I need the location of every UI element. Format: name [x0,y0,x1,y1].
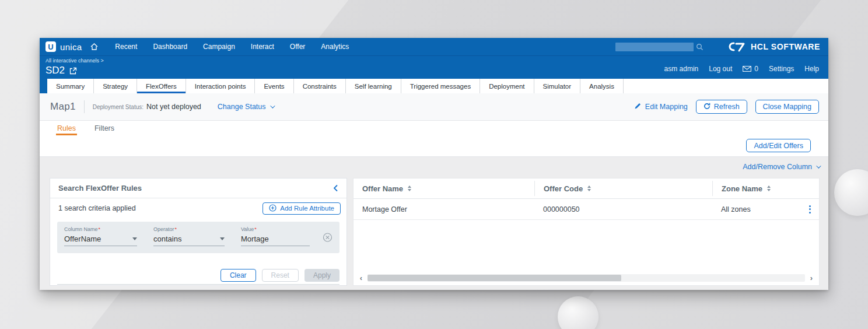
column-header-offer-code[interactable]: Offer Code [534,181,712,196]
tab-self-learning[interactable]: Self learning [346,79,401,93]
column-header-zone-name[interactable]: Zone Name [712,181,819,196]
chevron-down-icon [816,163,821,168]
tab-deployment[interactable]: Deployment [480,79,534,93]
mail-icon [743,64,751,74]
add-remove-column-link[interactable]: Add/Remove Column [743,163,820,171]
reset-button[interactable]: Reset [262,269,299,282]
mapping-name: Map1 [50,101,76,113]
top-nav-bar: U unica Recent Dashboard Campaign Intera… [40,38,828,55]
collapse-panel-icon[interactable] [333,184,338,192]
settings-link[interactable]: Settings [769,65,794,73]
mapping-toolbar: Map1 Deployment Status: Not yet deployed… [40,93,828,121]
value-input[interactable] [241,235,310,243]
tab-events[interactable]: Events [255,79,293,93]
refresh-icon [704,103,710,111]
nav-analytics[interactable]: Analytics [321,43,349,51]
cell-offer-code: 000000050 [534,205,712,214]
operator-select[interactable]: contains [153,235,225,246]
chevron-down-icon [270,103,275,108]
tab-strategy[interactable]: Strategy [94,79,137,93]
tab-analysis[interactable]: Analysis [580,79,624,93]
breadcrumb[interactable]: All interactive channels > [46,58,819,64]
mail-indicator[interactable]: 0 [743,64,758,74]
offers-action-band: Add/Edit Offers [40,135,828,157]
external-link-icon[interactable] [69,67,77,75]
column-name-label: Column Name* [64,226,137,232]
nav-interact[interactable]: Interact [251,43,274,51]
scroll-right-arrow[interactable]: › [808,274,814,282]
change-status-link[interactable]: Change Status [218,103,274,111]
apply-button[interactable]: Apply [304,269,340,282]
tab-constraints[interactable]: Constraints [294,79,346,93]
page-title: SD2 [46,65,65,76]
tab-summary[interactable]: Summary [47,79,94,93]
tab-flexoffers[interactable]: FlexOffers [137,79,186,93]
search-panel-title: Search FlexOffer Rules [58,184,142,192]
topbar-right: HCL SOFTWARE [615,42,820,52]
edit-mapping-link[interactable]: Edit Mapping [634,102,688,111]
user-name[interactable]: asm admin [664,65,699,73]
channel-tabs: Summary Strategy FlexOffers Interaction … [40,79,828,93]
divider [84,100,85,113]
add-edit-offers-button[interactable]: Add/Edit Offers [746,139,811,152]
row-menu-icon[interactable] [809,205,811,214]
top-nav-menu: Recent Dashboard Campaign Interact Offer… [115,43,349,51]
tabs-filler [624,79,828,93]
sort-icon[interactable] [587,186,591,191]
table-header: Offer Name Offer Code Zone Name [354,178,819,199]
brand-name: unica [60,42,82,52]
deployment-status-value: Not yet deployed [146,103,201,111]
hcl-logo [728,42,746,52]
search-icon[interactable] [696,43,704,51]
dropdown-arrow-icon [132,237,137,240]
user-menu: asm admin Log out 0 Settings Help [664,64,819,74]
plus-circle-icon [269,204,276,213]
remove-criteria-icon[interactable] [323,233,332,243]
tab-filters[interactable]: Filters [93,121,116,135]
nav-campaign[interactable]: Campaign [203,43,235,51]
unica-logo[interactable]: U [46,41,56,52]
offers-table-panel: Offer Name Offer Code Zone Name Mortage … [353,178,820,286]
clear-button[interactable]: Clear [220,269,256,282]
mail-count: 0 [754,65,758,73]
scrollbar-track[interactable] [368,274,805,282]
horizontal-scrollbar: ‹ › [358,274,814,282]
dropdown-arrow-icon [220,237,225,240]
home-icon[interactable] [90,43,99,51]
close-mapping-button[interactable]: Close Mapping [755,100,819,114]
operator-label: Operator* [153,226,225,232]
channel-header: All interactive channels > SD2 asm admin… [40,55,828,79]
content-area: Add/Remove Column Search FlexOffer Rules… [40,157,828,290]
sort-icon[interactable] [767,186,771,191]
column-name-select[interactable]: OfferName [64,235,137,246]
search-rules-panel: Search FlexOffer Rules 1 search criteria… [50,178,347,286]
nav-dashboard[interactable]: Dashboard [153,43,187,51]
cell-offer-name: Mortage Offer [354,205,534,214]
nav-recent[interactable]: Recent [115,43,137,51]
rules-filters-tabs: Rules Filters [40,121,828,135]
collapsed-section-edge [57,284,340,285]
logout-link[interactable]: Log out [709,65,732,73]
pencil-icon [634,102,642,111]
scroll-left-arrow[interactable]: ‹ [358,274,364,282]
scrollbar-thumb[interactable] [368,275,621,281]
refresh-button[interactable]: Refresh [696,100,747,114]
tab-triggered-messages[interactable]: Triggered messages [401,79,480,93]
tab-interaction-points[interactable]: Interaction points [186,79,256,93]
company-name: HCL SOFTWARE [751,42,820,51]
sort-icon[interactable] [408,186,411,191]
deployment-status-label: Deployment Status: [93,104,144,110]
add-rule-attribute-button[interactable]: Add Rule Attribute [262,202,341,215]
criteria-summary: 1 search criteria applied [58,204,136,212]
help-link[interactable]: Help [804,65,819,73]
search-criteria-row: Column Name* OfferName Operator* contain… [57,222,340,253]
cell-zone-name: All zones [712,205,819,214]
nav-offer[interactable]: Offer [290,43,305,51]
table-row[interactable]: Mortage Offer 000000050 All zones [354,199,819,220]
app-window: U unica Recent Dashboard Campaign Intera… [40,38,828,290]
tab-simulator[interactable]: Simulator [534,79,581,93]
global-search-input[interactable] [615,43,694,51]
tab-rules[interactable]: Rules [56,121,77,135]
value-label: Value* [241,226,310,232]
column-header-offer-name[interactable]: Offer Name [354,181,534,196]
